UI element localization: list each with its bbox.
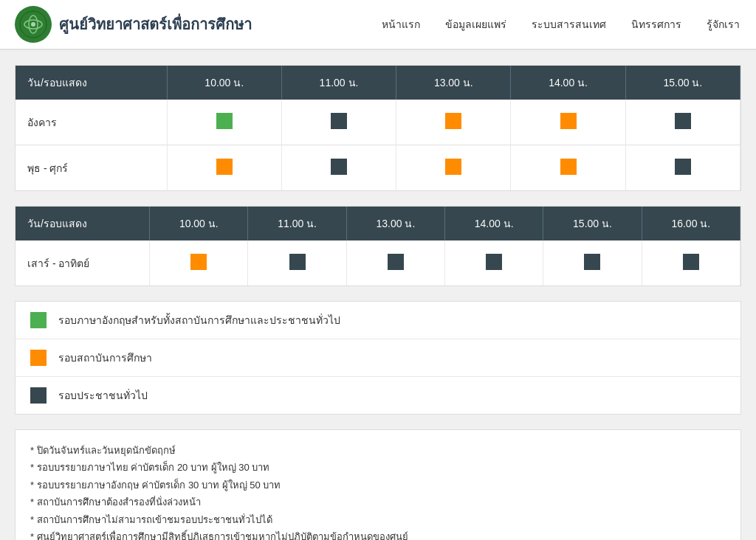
weekday-schedule: วัน/รอบแสดง 10.00 น. 11.00 น. 13.00 น. 1… bbox=[15, 65, 741, 191]
logo-area: ศูนย์วิทยาศาสตร์เพื่อการศึกษา bbox=[15, 6, 252, 43]
col-header-1100-2: 11.00 น. bbox=[248, 207, 346, 240]
dark-slate-box bbox=[388, 254, 404, 270]
main-content: วัน/รอบแสดง 10.00 น. 11.00 น. 13.00 น. 1… bbox=[0, 50, 756, 540]
slot-cell bbox=[396, 145, 511, 191]
dark-slate-box bbox=[331, 159, 347, 175]
svg-point-3 bbox=[31, 22, 35, 27]
orange-box bbox=[190, 254, 207, 270]
note-1: * ปิดวันจันทร์และวันหยุดนักขัดฤกษ์ bbox=[30, 442, 726, 459]
table-row: อังคาร bbox=[16, 100, 740, 145]
logo-icon bbox=[15, 6, 52, 43]
weekday-table: วัน/รอบแสดง 10.00 น. 11.00 น. 13.00 น. 1… bbox=[16, 66, 740, 190]
legend-english-label: รอบภาษาอังกฤษสำหรับทั้งสถาบันการศึกษาและ… bbox=[58, 312, 340, 328]
table-row: พุธ - ศุกร์ bbox=[16, 145, 740, 191]
col-header-1000-1: 10.00 น. bbox=[167, 66, 281, 100]
slot-cell bbox=[642, 240, 740, 285]
note-2: * รอบบรรยายภาษาไทย ค่าบัตรเด็ก 20 บาท ผู… bbox=[30, 459, 726, 476]
slot-cell bbox=[150, 240, 248, 285]
day-label: เสาร์ - อาทิตย์ bbox=[16, 240, 150, 285]
slot-cell bbox=[543, 240, 642, 285]
orange-box bbox=[216, 159, 233, 175]
col-header-1500-2: 15.00 น. bbox=[543, 207, 642, 240]
slot-cell bbox=[445, 240, 543, 285]
col-header-1100-1: 11.00 น. bbox=[281, 66, 396, 100]
legend-item-institution: รอบสถาบันการศึกษา bbox=[16, 339, 740, 377]
table-row: เสาร์ - อาทิตย์ bbox=[16, 240, 740, 285]
legend-green-box bbox=[30, 312, 47, 328]
day-label: พุธ - ศุกร์ bbox=[16, 145, 167, 191]
slot-cell bbox=[625, 145, 740, 191]
weekend-schedule: วัน/รอบแสดง 10.00 น. 11.00 น. 13.00 น. 1… bbox=[15, 206, 741, 286]
legend-item-public: รอบประชาชนทั่วไป bbox=[16, 377, 740, 414]
legend-item-english: รอบภาษาอังกฤษสำหรับทั้งสถาบันการศึกษาและ… bbox=[16, 302, 740, 339]
dark-slate-box bbox=[584, 254, 600, 270]
nav-home[interactable]: หน้าแรก bbox=[380, 13, 422, 35]
weekend-table: วัน/รอบแสดง 10.00 น. 11.00 น. 13.00 น. 1… bbox=[16, 207, 740, 285]
slot-cell bbox=[396, 100, 511, 145]
col-header-1500-1: 15.00 น. bbox=[625, 66, 740, 100]
dark-slate-box bbox=[289, 254, 306, 270]
day-label: อังคาร bbox=[16, 100, 167, 145]
nav-info[interactable]: ข้อมูลเผยแพร่ bbox=[444, 13, 508, 35]
nav-system[interactable]: ระบบสารสนเทศ bbox=[530, 13, 608, 35]
dark-slate-box bbox=[675, 113, 691, 129]
nav-exhibition[interactable]: นิทรรศการ bbox=[630, 13, 683, 35]
dark-slate-box bbox=[675, 159, 691, 175]
col-header-1600-2: 16.00 น. bbox=[642, 207, 740, 240]
slot-cell bbox=[281, 100, 396, 145]
legend-orange-box bbox=[30, 350, 47, 366]
slot-cell bbox=[346, 240, 444, 285]
slot-cell bbox=[511, 100, 625, 145]
orange-box bbox=[445, 113, 461, 129]
slot-cell bbox=[281, 145, 396, 191]
slot-cell bbox=[167, 100, 281, 145]
note-3: * รอบบรรยายภาษาอังกฤษ ค่าบัตรเด็ก 30 บาท… bbox=[30, 477, 726, 494]
nav-about[interactable]: รู้จักเรา bbox=[705, 13, 741, 35]
col-header-day-1: วัน/รอบแสดง bbox=[16, 66, 167, 100]
col-header-1400-2: 14.00 น. bbox=[445, 207, 543, 240]
col-header-day-2: วัน/รอบแสดง bbox=[16, 207, 150, 240]
green-box bbox=[216, 113, 233, 129]
legend-public-label: รอบประชาชนทั่วไป bbox=[58, 387, 148, 404]
col-header-1400-1: 14.00 น. bbox=[511, 66, 625, 100]
notes-section: * ปิดวันจันทร์และวันหยุดนักขัดฤกษ์ * รอบ… bbox=[15, 429, 741, 540]
legend-section: รอบภาษาอังกฤษสำหรับทั้งสถาบันการศึกษาและ… bbox=[15, 301, 741, 415]
orange-box bbox=[560, 113, 577, 129]
dark-slate-box bbox=[331, 113, 347, 129]
slot-cell bbox=[625, 100, 740, 145]
note-5: * สถาบันการศึกษาไม่สามารถเข้าชมรอบประชาช… bbox=[30, 511, 726, 528]
note-4: * สถาบันการศึกษาต้องสำรองที่นั่งล่วงหน้า bbox=[30, 494, 726, 510]
col-header-1300-1: 13.00 น. bbox=[396, 66, 511, 100]
orange-box bbox=[445, 159, 461, 175]
slot-cell bbox=[248, 240, 346, 285]
col-header-1300-2: 13.00 น. bbox=[346, 207, 444, 240]
site-header: ศูนย์วิทยาศาสตร์เพื่อการศึกษา หน้าแรก ข้… bbox=[0, 0, 756, 50]
slot-cell bbox=[167, 145, 281, 191]
col-header-1000-2: 10.00 น. bbox=[150, 207, 248, 240]
main-nav: หน้าแรก ข้อมูลเผยแพร่ ระบบสารสนเทศ นิทรร… bbox=[380, 13, 741, 35]
orange-box bbox=[560, 159, 577, 175]
note-6: * ศูนย์วิทยาศาสตร์เพื่อการศึกษามีสิทธิ์ป… bbox=[30, 528, 726, 540]
slot-cell bbox=[511, 145, 625, 191]
legend-institution-label: รอบสถาบันการศึกษา bbox=[58, 350, 152, 366]
dark-slate-box bbox=[683, 254, 699, 270]
dark-slate-box bbox=[486, 254, 502, 270]
legend-darkslate-box bbox=[30, 387, 47, 404]
site-title: ศูนย์วิทยาศาสตร์เพื่อการศึกษา bbox=[59, 13, 252, 36]
